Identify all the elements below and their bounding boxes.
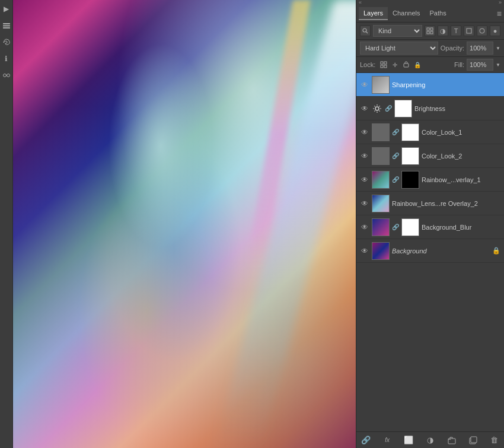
delete-layer-icon[interactable]: 🗑 [489, 434, 500, 446]
new-group-icon[interactable] [446, 434, 458, 446]
svg-rect-16 [381, 65, 383, 68]
layer-thumb-color2 [372, 147, 390, 165]
fill-label: Fill: [454, 61, 464, 68]
layer-name-color1: Color_Look_1 [422, 129, 500, 136]
layer-thumb-rainbow1 [372, 171, 390, 189]
link-layers-icon[interactable]: 🔗 [360, 434, 372, 446]
layer-visibility-rainbow2[interactable]: 👁 [360, 199, 369, 208]
layer-color-look-2[interactable]: 👁 🔗 Color_Look_2 [356, 144, 504, 168]
new-layer-icon[interactable] [467, 434, 479, 446]
tab-layers[interactable]: Layers [359, 7, 388, 20]
fill-dropdown-icon[interactable]: ▼ [496, 62, 500, 68]
tool-info[interactable]: ℹ [1, 53, 12, 64]
layer-background[interactable]: 👁 Background 🔒 [356, 239, 504, 263]
blend-opacity-row: Hard Light Normal Multiply Screen Overla… [356, 40, 504, 57]
tool-link[interactable] [1, 70, 12, 81]
adjustment-filter-icon[interactable]: ◑ [438, 26, 448, 36]
layer-mask-bgblur [401, 218, 419, 236]
layer-thumb-color1 [372, 123, 390, 141]
opacity-dropdown-icon[interactable]: ▼ [496, 46, 500, 51]
layer-rainbow-1[interactable]: 👁 🔗 Rainbow_...verlay_1 [356, 168, 504, 192]
layer-name-bg: Background [392, 247, 490, 255]
layer-rainbow-2[interactable]: 👁 Rainbow_Lens...re Overlay_2 [356, 192, 504, 215]
layer-fx-icon[interactable]: fx [381, 434, 393, 446]
layer-mask-color1 [401, 123, 419, 141]
panel-menu-icon[interactable]: ≡ [497, 9, 502, 18]
layer-color-look-1[interactable]: 👁 🔗 Color_Look_1 [356, 120, 504, 144]
svg-point-13 [480, 28, 484, 33]
layer-visibility-sharpening[interactable]: 👁 [360, 80, 369, 90]
layer-thumb-bgblur [372, 218, 390, 236]
svg-line-7 [366, 32, 368, 34]
svg-rect-12 [467, 28, 471, 33]
svg-point-4 [7, 74, 9, 77]
layer-visibility-color2[interactable]: 👁 [360, 151, 369, 161]
layer-thumb-sharpening [372, 76, 390, 94]
tab-channels[interactable]: Channels [388, 7, 425, 20]
layer-visibility-bgblur[interactable]: 👁 [360, 223, 369, 232]
lock-all-icon[interactable]: 🔒 [413, 60, 422, 69]
layers-panel: « » Layers Channels Paths ≡ Kind [356, 0, 504, 448]
layer-brightness[interactable]: 👁 🔗 Brightness [356, 97, 504, 120]
chain-brightness: 🔗 [385, 105, 392, 112]
pixel-filter-icon[interactable] [425, 26, 435, 36]
lock-position-icon[interactable]: ✛ [390, 60, 400, 69]
chain-rainbow1: 🔗 [392, 176, 399, 183]
opacity-input[interactable]: 100% [467, 42, 493, 55]
layer-visibility-color1[interactable]: 👁 [360, 128, 369, 137]
canvas-area[interactable] [13, 0, 356, 448]
svg-rect-17 [384, 65, 387, 68]
layers-bottom-toolbar: 🔗 fx ⬜ ◑ 🗑 [356, 431, 504, 448]
layer-name-sharpening: Sharpening [392, 81, 500, 88]
tool-palette[interactable] [1, 37, 12, 47]
panel-top-bar: « » [356, 0, 504, 5]
lock-icons: ✛ 🔒 [379, 60, 452, 69]
lock-label: Lock: [360, 61, 375, 68]
layer-bg-blur[interactable]: 👁 🔗 Background_Blur [356, 215, 504, 239]
tabs-row: Layers Channels Paths ≡ [356, 5, 504, 23]
svg-rect-0 [3, 23, 10, 24]
layers-list[interactable]: 👁 Sharpening 👁 🔗 Brightness 👁 🔗 Color_L [356, 73, 504, 431]
layer-thumb-rainbow2 [372, 195, 390, 212]
layer-name-brightness: Brightness [414, 105, 500, 112]
text-filter-icon[interactable]: T [451, 26, 461, 36]
brightness-type-icon [372, 103, 382, 114]
toggle-filter-icon[interactable]: ● [490, 26, 500, 36]
chain-color2: 🔗 [392, 152, 399, 159]
layer-visibility-bg[interactable]: 👁 [360, 246, 369, 256]
tab-paths[interactable]: Paths [425, 7, 451, 20]
svg-rect-1 [3, 26, 10, 27]
left-toolbar: ▶ ℹ [0, 0, 13, 448]
add-mask-icon[interactable]: ⬜ [403, 434, 414, 446]
svg-rect-11 [430, 31, 433, 34]
layer-sharpening[interactable]: 👁 Sharpening [356, 73, 504, 97]
layer-mask-color2 [401, 147, 419, 165]
svg-rect-2 [3, 27, 10, 28]
svg-rect-15 [384, 62, 387, 64]
layer-name-rainbow2: Rainbow_Lens...re Overlay_2 [392, 200, 500, 207]
lock-pixels-icon[interactable] [379, 60, 388, 69]
blend-mode-select[interactable]: Hard Light Normal Multiply Screen Overla… [360, 42, 438, 55]
tool-arrow[interactable]: ▶ [1, 4, 12, 14]
svg-rect-18 [404, 63, 409, 67]
lock-artboard-icon[interactable] [401, 60, 411, 69]
adjustment-layer-icon[interactable]: ◑ [424, 434, 436, 446]
layer-name-rainbow1: Rainbow_...verlay_1 [422, 176, 500, 183]
layer-visibility-brightness[interactable]: 👁 [360, 104, 369, 113]
svg-rect-14 [381, 62, 383, 64]
svg-point-3 [3, 74, 6, 77]
svg-point-19 [375, 107, 379, 110]
tool-layers[interactable] [1, 20, 12, 31]
svg-rect-22 [471, 437, 477, 443]
svg-rect-8 [427, 28, 429, 30]
opacity-label: Opacity: [441, 45, 464, 52]
smart-filter-icon[interactable] [477, 26, 487, 36]
chain-color1: 🔗 [392, 129, 399, 135]
layer-name-color2: Color_Look_2 [422, 152, 500, 160]
layer-visibility-rainbow1[interactable]: 👁 [360, 175, 369, 185]
layer-name-bgblur: Background_Blur [422, 224, 500, 231]
filter-kind-select[interactable]: Kind [373, 25, 422, 37]
shape-filter-icon[interactable] [464, 26, 474, 36]
layer-thumb-bg [372, 242, 390, 260]
fill-input[interactable]: 100% [467, 59, 493, 71]
